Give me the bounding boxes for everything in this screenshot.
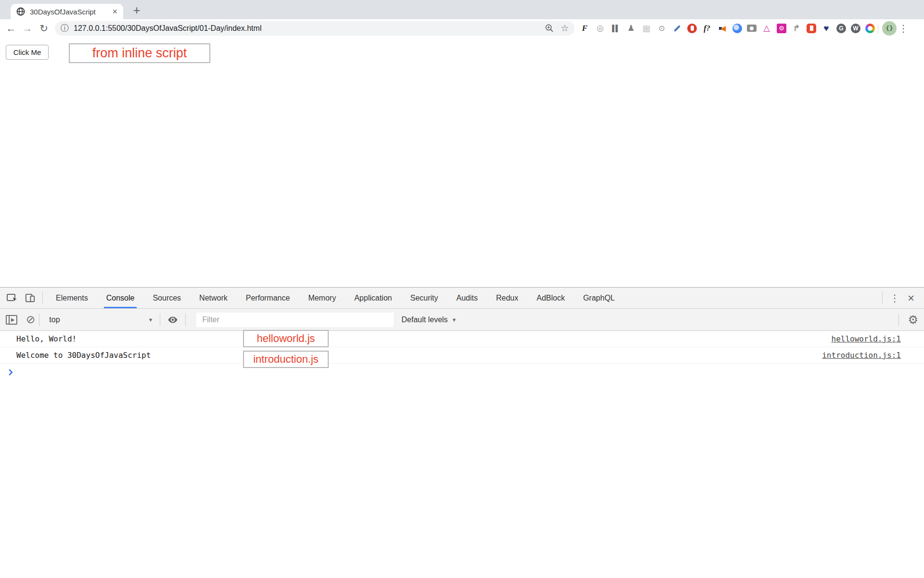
annotation-introduction-label: introduction.js bbox=[243, 351, 329, 368]
console-message-text: Welcome to 30DaysOfJavaScript bbox=[16, 351, 822, 360]
new-tab-button[interactable]: + bbox=[129, 3, 144, 17]
settings-gear-icon[interactable]: ⚙ bbox=[908, 313, 918, 327]
context-selector-value: top bbox=[49, 315, 60, 324]
tab-title: 30DaysOfJavaScript bbox=[30, 8, 112, 16]
inspect-element-icon[interactable] bbox=[4, 288, 21, 308]
back-icon[interactable]: ← bbox=[3, 23, 19, 34]
clear-console-icon[interactable]: ⊘ bbox=[26, 313, 35, 326]
extension-w-circle-icon[interactable]: W bbox=[851, 24, 860, 33]
click-me-button[interactable]: Click Me bbox=[6, 45, 49, 60]
chevron-down-icon: ▼ bbox=[148, 317, 153, 323]
chevron-down-icon: ▼ bbox=[451, 317, 457, 323]
annotation-helloworld-label: helloworld.js bbox=[243, 330, 329, 347]
extension-grid-icon[interactable]: ▦ bbox=[641, 23, 652, 34]
tab-graphql[interactable]: GraphQL bbox=[574, 288, 624, 308]
toolbar-separator bbox=[39, 314, 39, 326]
devtools-tabbar-right: ⋮ × bbox=[878, 291, 919, 305]
device-toolbar-icon[interactable] bbox=[21, 288, 38, 308]
extension-triangle-icon[interactable]: △ bbox=[761, 23, 772, 34]
extension-heart-search-icon[interactable]: ♥ bbox=[821, 23, 832, 34]
console-row: Welcome to 30DaysOfJavaScript introducti… bbox=[0, 347, 924, 364]
console-toolbar: ▶ ⊘ top ▼ Default levels ▼ ⚙ bbox=[0, 309, 924, 331]
devtools-tabbar: Elements Console Sources Network Perform… bbox=[0, 288, 924, 309]
devtools-separator bbox=[42, 292, 43, 304]
extension-megaphone-icon[interactable]: ◀ bbox=[717, 23, 728, 34]
extension-g-circle-icon[interactable]: G bbox=[836, 24, 846, 33]
tab-adblock[interactable]: AdBlock bbox=[527, 288, 574, 308]
extension-blue-swirl-icon[interactable] bbox=[732, 24, 742, 33]
toolbar-separator bbox=[160, 314, 160, 326]
tab-audits[interactable]: Audits bbox=[447, 288, 487, 308]
extensions-row: F ◎ ▌▌ ♟ ▦ ⊙ f? ◀ △ ⚙ ↱ ♥ G W bbox=[579, 23, 875, 34]
address-bar[interactable]: ⓘ 127.0.0.1:5500 /30DaysOfJavaScript/01-… bbox=[55, 21, 575, 36]
devtools-separator bbox=[882, 292, 883, 304]
tab-security[interactable]: Security bbox=[401, 288, 447, 308]
extension-pause-icon[interactable]: ▌▌ bbox=[610, 23, 621, 34]
tab-close-icon[interactable]: × bbox=[112, 7, 117, 16]
reload-icon[interactable]: ↻ bbox=[36, 23, 52, 34]
extension-atom-icon[interactable]: ◎ bbox=[595, 23, 605, 34]
tab-console[interactable]: Console bbox=[97, 288, 144, 308]
globe-favicon-icon bbox=[16, 7, 25, 16]
extension-lens-icon[interactable]: ⊙ bbox=[656, 23, 667, 34]
tab-strip: 30DaysOfJavaScript × + bbox=[0, 0, 924, 19]
zoom-magnifier-icon[interactable] bbox=[545, 24, 554, 33]
browser-tab[interactable]: 30DaysOfJavaScript × bbox=[11, 4, 123, 19]
extension-function-icon[interactable]: f? bbox=[702, 23, 712, 34]
tab-application[interactable]: Application bbox=[345, 288, 401, 308]
site-info-icon[interactable]: ⓘ bbox=[61, 23, 69, 34]
extension-eyedropper-icon[interactable] bbox=[672, 23, 682, 34]
eye-icon[interactable] bbox=[164, 309, 181, 330]
devtools-panel: Elements Console Sources Network Perform… bbox=[0, 288, 924, 578]
devtools-close-icon[interactable]: × bbox=[903, 291, 919, 305]
tab-network[interactable]: Network bbox=[190, 288, 237, 308]
extension-color-ring-icon[interactable] bbox=[865, 24, 875, 33]
console-message-text: Hello, World! bbox=[16, 334, 832, 343]
profile-avatar[interactable]: {} bbox=[882, 21, 897, 36]
extension-bookmark-icon[interactable] bbox=[807, 24, 816, 33]
tab-redux[interactable]: Redux bbox=[487, 288, 527, 308]
page-content: Click Me from inline script bbox=[0, 37, 924, 288]
tab-memory[interactable]: Memory bbox=[299, 288, 345, 308]
console-source-link[interactable]: introduction.js:1 bbox=[822, 351, 901, 360]
bookmark-star-icon[interactable]: ☆ bbox=[561, 23, 569, 34]
console-messages: Hello, World! helloworld.js:1 Welcome to… bbox=[0, 331, 924, 578]
log-levels-label: Default levels bbox=[401, 315, 448, 324]
toolbar-separator bbox=[898, 314, 899, 326]
tab-elements[interactable]: Elements bbox=[47, 288, 97, 308]
forward-icon[interactable]: → bbox=[19, 23, 36, 34]
browser-toolbar: ← → ↻ ⓘ 127.0.0.1:5500 /30DaysOfJavaScri… bbox=[0, 19, 924, 37]
url-path: /30DaysOfJavaScript/01-Day/index.html bbox=[125, 24, 262, 33]
devtools-menu-icon[interactable]: ⋮ bbox=[886, 292, 903, 304]
url-host: 127.0.0.1:5500 bbox=[74, 24, 125, 33]
console-prompt-chevron-icon bbox=[6, 369, 13, 376]
console-prompt[interactable] bbox=[0, 364, 924, 381]
console-row: Hello, World! helloworld.js:1 bbox=[0, 331, 924, 347]
extension-corner-arrow-icon[interactable]: ↱ bbox=[791, 23, 802, 34]
console-sidebar-toggle-icon[interactable]: ▶ bbox=[6, 315, 17, 325]
console-source-link[interactable]: helloworld.js:1 bbox=[832, 334, 901, 343]
tab-sources[interactable]: Sources bbox=[143, 288, 190, 308]
context-selector[interactable]: top ▼ bbox=[46, 315, 156, 324]
toolbar-separator bbox=[878, 23, 878, 34]
extension-fontscript-icon[interactable]: F bbox=[579, 23, 590, 34]
extension-camera-icon[interactable] bbox=[747, 25, 757, 32]
extension-stop-hand-icon[interactable] bbox=[687, 24, 697, 33]
toolbar-separator bbox=[185, 314, 186, 326]
filter-input[interactable] bbox=[196, 313, 394, 327]
chrome-menu-icon[interactable]: ⋮ bbox=[897, 23, 910, 34]
inline-script-label: from inline script bbox=[69, 43, 210, 63]
extension-robot-icon[interactable]: ♟ bbox=[626, 23, 636, 34]
log-levels-dropdown[interactable]: Default levels ▼ bbox=[401, 315, 457, 324]
tab-performance[interactable]: Performance bbox=[237, 288, 299, 308]
extension-gear-square-icon[interactable]: ⚙ bbox=[777, 24, 786, 33]
